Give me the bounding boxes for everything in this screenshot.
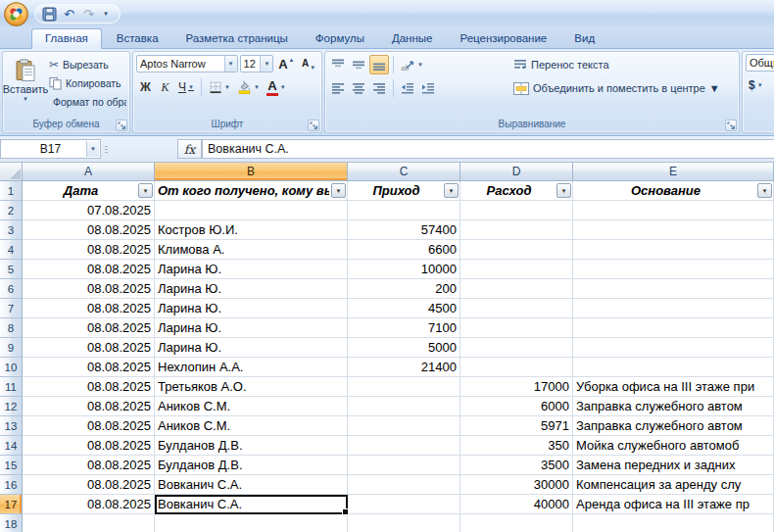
row-header-16[interactable]: 16: [0, 475, 23, 495]
cell-D14[interactable]: 350: [460, 436, 573, 456]
paste-button[interactable]: Вставить ▼: [6, 54, 45, 118]
italic-button[interactable]: К: [156, 77, 174, 97]
filter-header-cell-D1[interactable]: Расход▼: [460, 181, 573, 201]
bold-button[interactable]: Ж: [136, 77, 155, 97]
cell-B4[interactable]: Климова А.: [155, 240, 348, 260]
redo-button[interactable]: ↷: [80, 6, 97, 23]
column-header-C[interactable]: C: [348, 163, 460, 181]
row-header-7[interactable]: 7: [0, 299, 23, 318]
cell-C13[interactable]: [348, 416, 460, 436]
cell-D2[interactable]: [460, 201, 573, 220]
name-box[interactable]: B17 ▼: [0, 139, 101, 159]
cell-C5[interactable]: 10000: [348, 260, 460, 279]
cell-A9[interactable]: 08.08.2025: [23, 338, 155, 358]
cell-D3[interactable]: [460, 220, 573, 240]
cell-A10[interactable]: 08.08.2025: [23, 358, 155, 377]
cell-C17[interactable]: [348, 495, 460, 514]
accounting-format-button[interactable]: $ ▼: [746, 75, 766, 95]
row-header-4[interactable]: 4: [0, 240, 23, 260]
insert-function-button[interactable]: fx: [177, 139, 202, 159]
cell-E16[interactable]: Компенсация за аренду слу: [573, 475, 774, 495]
filter-header-cell-C1[interactable]: Приход▼: [348, 181, 460, 201]
row-header-6[interactable]: 6: [0, 279, 23, 299]
row-header-17[interactable]: 17: [0, 495, 23, 514]
cell-D6[interactable]: [460, 279, 573, 299]
cell-C8[interactable]: 7100: [348, 318, 460, 338]
cell-A7[interactable]: 08.08.2025: [23, 299, 155, 318]
cell-E11[interactable]: Уборка офиса на III этаже при: [573, 377, 774, 397]
cell-C14[interactable]: [348, 436, 460, 456]
orientation-button[interactable]: ab ▼: [398, 55, 426, 74]
cell-A11[interactable]: 08.08.2025: [23, 377, 155, 397]
filter-header-cell-A1[interactable]: Дата▼: [23, 181, 155, 201]
tab-review[interactable]: Рецензирование: [447, 29, 559, 48]
row-header-10[interactable]: 10: [0, 358, 23, 377]
cell-E2[interactable]: [573, 201, 774, 220]
cell-C2[interactable]: [348, 201, 460, 220]
align-middle-button[interactable]: [349, 55, 368, 74]
tab-insert[interactable]: Вставка: [104, 29, 171, 48]
cell-D18[interactable]: [460, 514, 573, 532]
font-name-combo[interactable]: Aptos Narrow ▼: [136, 55, 238, 73]
cell-C6[interactable]: 200: [348, 279, 460, 299]
cell-B18[interactable]: [155, 514, 348, 532]
cell-B7[interactable]: Ларина Ю.: [155, 299, 348, 318]
alignment-dialog-launcher[interactable]: [725, 120, 737, 131]
fill-color-button[interactable]: ▼: [234, 77, 263, 97]
formula-bar-splitter[interactable]: [101, 139, 177, 159]
align-left-button[interactable]: [328, 78, 348, 98]
column-header-B[interactable]: B: [155, 163, 348, 181]
cell-B2[interactable]: [155, 201, 348, 220]
cell-C9[interactable]: 5000: [348, 338, 460, 358]
shrink-font-button[interactable]: А▼: [299, 54, 318, 73]
cell-B17[interactable]: Вовканич С.А.: [155, 495, 348, 514]
cell-B13[interactable]: Аников С.М.: [155, 416, 348, 436]
cell-C15[interactable]: [348, 456, 460, 475]
tab-formulas[interactable]: Формулы: [303, 29, 377, 48]
cell-A2[interactable]: 07.08.2025: [23, 201, 155, 220]
row-header-1[interactable]: 1: [0, 181, 23, 201]
cell-E5[interactable]: [573, 260, 774, 279]
number-format-combo[interactable]: Общий ▼: [746, 54, 774, 72]
cell-E6[interactable]: [573, 279, 774, 299]
cell-C7[interactable]: 4500: [348, 299, 460, 318]
grow-font-button[interactable]: А▲: [275, 54, 297, 73]
cell-D7[interactable]: [460, 299, 573, 318]
filter-dropdown-button[interactable]: ▼: [757, 183, 772, 198]
cell-D8[interactable]: [460, 318, 573, 338]
cell-D16[interactable]: 30000: [460, 475, 573, 495]
cell-E17[interactable]: Аренда офиса на III этаже пр: [573, 495, 774, 514]
cell-A3[interactable]: 08.08.2025: [23, 220, 155, 240]
cell-C16[interactable]: [348, 475, 460, 495]
save-button[interactable]: [41, 6, 58, 23]
cell-E10[interactable]: [573, 358, 774, 377]
cell-A18[interactable]: [23, 514, 155, 532]
row-header-18[interactable]: 18: [0, 514, 23, 532]
cell-C10[interactable]: 21400: [348, 358, 460, 377]
font-color-button[interactable]: А ▼: [264, 77, 289, 97]
cell-D12[interactable]: 6000: [460, 397, 573, 416]
cell-C4[interactable]: 6600: [348, 240, 460, 260]
column-header-E[interactable]: E: [573, 163, 774, 181]
filter-dropdown-button[interactable]: ▼: [444, 183, 459, 198]
increase-indent-button[interactable]: [418, 78, 438, 98]
row-header-2[interactable]: 2: [0, 201, 23, 220]
cell-E13[interactable]: Заправка служебного автом: [573, 416, 774, 436]
cell-D15[interactable]: 3500: [460, 456, 573, 475]
cell-A12[interactable]: 08.08.2025: [23, 397, 155, 416]
office-button[interactable]: [4, 2, 28, 26]
font-size-combo[interactable]: 12 ▼: [240, 55, 274, 73]
cell-D4[interactable]: [460, 240, 573, 260]
cell-C12[interactable]: [348, 397, 460, 416]
filter-dropdown-button[interactable]: ▼: [138, 183, 153, 198]
cell-D5[interactable]: [460, 260, 573, 279]
filter-dropdown-button[interactable]: ▼: [556, 183, 571, 198]
cell-E14[interactable]: Мойка служебного автомоб: [573, 436, 774, 456]
cell-C18[interactable]: [348, 514, 460, 532]
borders-button[interactable]: ▼: [206, 77, 233, 97]
cell-A5[interactable]: 08.08.2025: [23, 260, 155, 279]
filter-dropdown-button[interactable]: ▼: [331, 183, 346, 198]
cut-button[interactable]: ✂ Вырезать: [47, 56, 126, 73]
row-header-14[interactable]: 14: [0, 436, 23, 456]
cell-B16[interactable]: Вовканич С.А.: [155, 475, 348, 495]
